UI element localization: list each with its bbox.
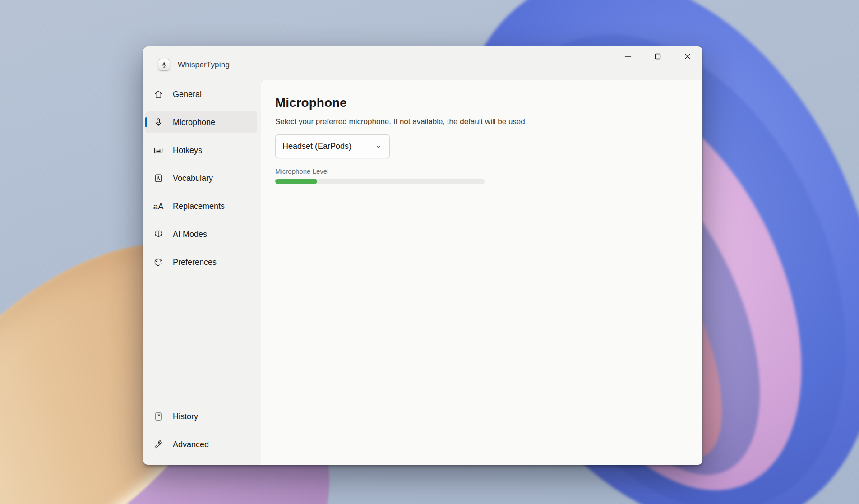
sidebar-item-label: History	[173, 412, 198, 421]
minimize-icon	[623, 51, 633, 62]
microphone-device-dropdown[interactable]: Headset (EarPods)	[275, 134, 390, 158]
wrench-icon	[153, 439, 164, 450]
sidebar-item-label: General	[173, 90, 202, 99]
sidebar-item-general[interactable]: General	[145, 83, 257, 105]
sidebar-item-replacements[interactable]: aA Replacements	[145, 195, 257, 217]
sidebar-nav: General Microphone	[143, 80, 261, 465]
chevron-down-icon	[375, 143, 382, 150]
app-title: WhisperTyping	[178, 60, 230, 69]
maximize-button[interactable]	[643, 46, 673, 66]
palette-icon	[153, 257, 164, 268]
keyboard-icon	[153, 145, 164, 156]
sidebar-item-microphone[interactable]: Microphone	[145, 111, 257, 133]
microphone-level-bar	[275, 179, 485, 184]
dropdown-selected-value: Headset (EarPods)	[282, 142, 351, 151]
sidebar-item-label: Microphone	[173, 118, 215, 127]
close-button[interactable]	[673, 46, 702, 66]
selected-accent-bar	[145, 117, 147, 127]
sidebar-item-label: Preferences	[173, 258, 217, 267]
vocabulary-book-icon	[153, 173, 164, 184]
sidebar-item-label: Replacements	[173, 202, 225, 211]
microphone-level-label: Microphone Level	[275, 167, 684, 176]
sidebar-item-preferences[interactable]: Preferences	[145, 251, 257, 273]
app-window: WhisperTyping	[143, 46, 702, 465]
maximize-icon	[652, 51, 663, 62]
close-icon	[682, 51, 693, 62]
sidebar-item-history[interactable]: History	[145, 406, 257, 427]
sidebar-item-label: Hotkeys	[173, 146, 202, 155]
text-case-icon: aA	[153, 201, 164, 212]
titlebar[interactable]: WhisperTyping	[143, 46, 702, 80]
caption-buttons	[613, 46, 702, 66]
sidebar-item-vocabulary[interactable]: Vocabulary	[145, 167, 257, 189]
page-title: Microphone	[275, 96, 684, 110]
sidebar-item-label: Advanced	[173, 440, 209, 449]
microphone-level-fill	[275, 179, 317, 184]
sidebar-item-ai-modes[interactable]: AI Modes	[145, 223, 257, 245]
page-description: Select your preferred microphone. If not…	[275, 117, 684, 127]
sidebar-item-hotkeys[interactable]: Hotkeys	[145, 139, 257, 161]
sidebar-spacer	[143, 279, 261, 406]
app-mic-icon	[158, 59, 170, 71]
microphone-icon	[153, 117, 164, 128]
content-panel: Microphone Select your preferred microph…	[261, 80, 702, 465]
brain-icon	[153, 229, 164, 240]
sidebar-item-label: AI Modes	[173, 230, 207, 239]
sidebar-item-label: Vocabulary	[173, 174, 213, 183]
home-icon	[153, 89, 164, 100]
sidebar-item-advanced[interactable]: Advanced	[145, 434, 257, 455]
minimize-button[interactable]	[613, 46, 643, 66]
journal-icon	[153, 411, 164, 422]
